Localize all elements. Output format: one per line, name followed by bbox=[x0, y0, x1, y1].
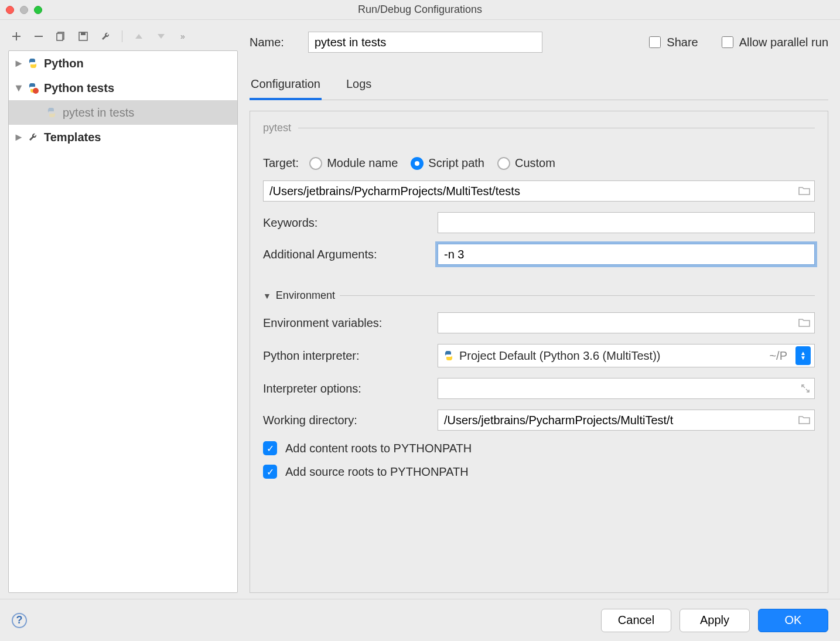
target-path-input[interactable] bbox=[263, 180, 815, 202]
add-content-roots-checkbox[interactable]: ✓ Add content roots to PYTHONPATH bbox=[263, 441, 815, 455]
allow-parallel-checkbox[interactable]: Allow parallel run bbox=[722, 36, 828, 49]
remove-config-icon[interactable] bbox=[33, 30, 45, 42]
additional-args-input[interactable] bbox=[438, 244, 815, 265]
sidebar-toolbar: » bbox=[8, 26, 238, 50]
interpreter-value: Project Default (Python 3.6 (MultiTest)) bbox=[459, 349, 660, 363]
interpreter-path-tail: ~/P bbox=[769, 349, 787, 363]
add-source-roots-label: Add source roots to PYTHONPATH bbox=[285, 465, 469, 479]
environment-section-header[interactable]: ▼ Environment bbox=[263, 289, 815, 302]
radio-script-path[interactable]: Script path bbox=[411, 156, 484, 170]
allow-parallel-label: Allow parallel run bbox=[739, 36, 828, 49]
pytest-icon bbox=[26, 81, 39, 94]
add-source-roots-checkbox[interactable]: ✓ Add source roots to PYTHONPATH bbox=[263, 465, 815, 479]
window-title: Run/Debug Configurations bbox=[0, 4, 840, 16]
share-checkbox[interactable]: Share bbox=[649, 36, 698, 49]
tab-logs[interactable]: Logs bbox=[345, 70, 373, 100]
tree-node-pytest-in-tests[interactable]: pytest in tests bbox=[9, 100, 237, 125]
expand-icon[interactable] bbox=[801, 384, 810, 393]
radio-icon bbox=[411, 157, 424, 170]
workdir-input[interactable] bbox=[438, 410, 815, 431]
footer: ? Cancel Apply OK bbox=[0, 599, 840, 641]
move-down-icon[interactable] bbox=[155, 30, 167, 42]
interp-opts-row: Interpreter options: bbox=[263, 378, 815, 399]
add-config-icon[interactable] bbox=[11, 30, 22, 42]
run-debug-config-window: Run/Debug Configurations bbox=[0, 0, 840, 641]
chevron-right-icon: ► bbox=[13, 57, 22, 70]
name-row: Name: Share Allow parallel run bbox=[250, 26, 828, 59]
pytest-fieldset: pytest Target: Module name Script path bbox=[263, 122, 815, 275]
target-row: Target: Module name Script path bbox=[263, 156, 815, 170]
workdir-label: Working directory: bbox=[263, 414, 427, 427]
tree-label: Python bbox=[44, 57, 84, 70]
radio-label: Module name bbox=[327, 156, 398, 170]
titlebar: Run/Debug Configurations bbox=[0, 0, 840, 20]
save-config-icon[interactable] bbox=[77, 30, 89, 42]
additional-args-label: Additional Arguments: bbox=[263, 248, 427, 261]
interp-opts-label: Interpreter options: bbox=[263, 382, 427, 395]
target-path-row bbox=[263, 180, 815, 202]
toolbar-separator bbox=[122, 30, 122, 42]
allow-parallel-checkbox-input[interactable] bbox=[722, 36, 733, 48]
wrench-icon[interactable] bbox=[100, 30, 111, 42]
main-panel: Name: Share Allow parallel run Configura… bbox=[246, 20, 840, 599]
help-icon[interactable]: ? bbox=[12, 613, 27, 628]
radio-label: Script path bbox=[428, 156, 484, 170]
more-icon[interactable]: » bbox=[177, 30, 189, 42]
svg-rect-1 bbox=[57, 33, 63, 40]
svg-point-4 bbox=[33, 88, 39, 94]
name-input[interactable] bbox=[308, 32, 542, 53]
workdir-row: Working directory: bbox=[263, 410, 815, 431]
move-up-icon[interactable] bbox=[133, 30, 145, 42]
chevron-down-icon: ▼ bbox=[13, 82, 22, 94]
share-label: Share bbox=[667, 36, 698, 49]
env-vars-row: Environment variables: bbox=[263, 312, 815, 333]
env-vars-label: Environment variables: bbox=[263, 316, 427, 330]
interpreter-select[interactable]: Project Default (Python 3.6 (MultiTest))… bbox=[438, 344, 815, 367]
additional-args-row: Additional Arguments: bbox=[263, 244, 815, 265]
interp-opts-input[interactable] bbox=[438, 378, 815, 399]
radio-module-name[interactable]: Module name bbox=[309, 156, 398, 170]
tree-node-python-tests[interactable]: ▼ Python tests bbox=[9, 76, 237, 100]
pytest-dim-icon bbox=[45, 106, 58, 119]
keywords-label: Keywords: bbox=[263, 216, 427, 230]
tree-node-templates[interactable]: ► Templates bbox=[9, 125, 237, 149]
interpreter-row: Python interpreter: Project Default (Pyt… bbox=[263, 344, 815, 367]
tree-label: Python tests bbox=[44, 81, 114, 95]
checkbox-checked-icon: ✓ bbox=[263, 441, 277, 455]
env-vars-input[interactable] bbox=[438, 312, 815, 333]
checkbox-checked-icon: ✓ bbox=[263, 465, 277, 479]
pytest-legend: pytest bbox=[263, 122, 298, 134]
tree-node-python[interactable]: ► Python bbox=[9, 51, 237, 76]
keywords-row: Keywords: bbox=[263, 212, 815, 233]
python-icon bbox=[26, 57, 39, 70]
radio-custom[interactable]: Custom bbox=[497, 156, 555, 170]
cancel-button[interactable]: Cancel bbox=[601, 609, 671, 632]
sidebar: » ► Python ▼ Python tests bbox=[0, 20, 246, 599]
tabs: Configuration Logs bbox=[250, 70, 828, 100]
radio-label: Custom bbox=[515, 156, 555, 170]
chevron-down-icon: ▼ bbox=[263, 291, 271, 301]
ok-button[interactable]: OK bbox=[758, 609, 828, 632]
apply-button[interactable]: Apply bbox=[679, 609, 750, 632]
tree-label: Templates bbox=[44, 131, 101, 144]
name-label: Name: bbox=[250, 36, 296, 49]
tree-label: pytest in tests bbox=[63, 106, 134, 120]
copy-config-icon[interactable] bbox=[55, 30, 67, 42]
configuration-panel: pytest Target: Module name Script path bbox=[250, 111, 828, 593]
config-tree[interactable]: ► Python ▼ Python tests bbox=[8, 50, 238, 593]
tab-configuration[interactable]: Configuration bbox=[250, 70, 322, 100]
svg-rect-3 bbox=[81, 32, 86, 35]
python-icon bbox=[443, 350, 455, 362]
interpreter-label: Python interpreter: bbox=[263, 349, 427, 363]
share-checkbox-input[interactable] bbox=[649, 36, 661, 48]
radio-icon bbox=[309, 157, 322, 170]
target-radio-group: Module name Script path Custom bbox=[309, 156, 555, 170]
folder-icon[interactable] bbox=[798, 415, 810, 425]
target-label: Target: bbox=[263, 156, 299, 170]
wrench-icon bbox=[26, 131, 39, 144]
folder-icon[interactable] bbox=[798, 186, 810, 196]
folder-icon[interactable] bbox=[798, 318, 810, 328]
environment-section-label: Environment bbox=[276, 289, 335, 302]
updown-chevron-icon[interactable]: ▲▼ bbox=[795, 346, 811, 365]
keywords-input[interactable] bbox=[438, 212, 815, 233]
